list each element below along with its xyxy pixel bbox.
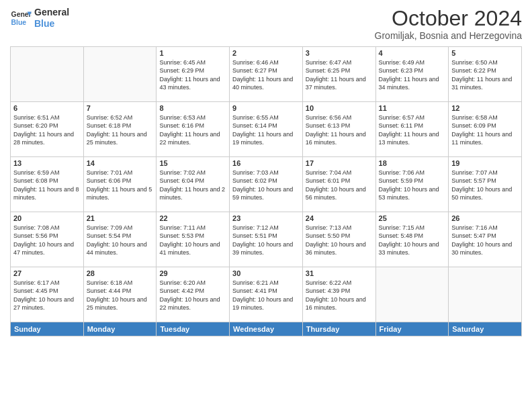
table-row: 19Sunrise: 7:07 AM Sunset: 5:57 PM Dayli…: [449, 156, 522, 212]
calendar-day-header: Thursday: [302, 322, 375, 336]
day-info: Sunrise: 7:08 AM Sunset: 5:56 PM Dayligh…: [13, 224, 81, 257]
table-row: 16Sunrise: 7:03 AM Sunset: 6:02 PM Dayli…: [230, 156, 303, 212]
day-number: 14: [87, 159, 154, 167]
table-row: 6Sunrise: 6:51 AM Sunset: 6:20 PM Daylig…: [11, 101, 84, 156]
day-number: 7: [87, 104, 154, 112]
day-number: 10: [306, 104, 373, 112]
table-row: 5Sunrise: 6:50 AM Sunset: 6:22 PM Daylig…: [449, 46, 522, 101]
day-info: Sunrise: 7:09 AM Sunset: 5:54 PM Dayligh…: [87, 224, 154, 257]
table-row: 1Sunrise: 6:45 AM Sunset: 6:29 PM Daylig…: [157, 46, 230, 101]
day-number: 19: [451, 159, 519, 167]
day-info: Sunrise: 6:49 AM Sunset: 6:23 PM Dayligh…: [379, 58, 446, 92]
calendar-week-row: 13Sunrise: 6:59 AM Sunset: 6:08 PM Dayli…: [11, 156, 522, 212]
calendar-day-header: Sunday: [11, 322, 84, 336]
day-number: 6: [13, 104, 81, 112]
table-row: 14Sunrise: 7:01 AM Sunset: 6:06 PM Dayli…: [83, 156, 157, 212]
day-info: Sunrise: 7:15 AM Sunset: 5:48 PM Dayligh…: [379, 224, 446, 257]
day-number: 4: [379, 49, 446, 57]
day-number: 28: [87, 269, 154, 277]
calendar-day-header: Monday: [83, 322, 157, 336]
day-number: 16: [232, 159, 300, 167]
table-row: [83, 46, 157, 101]
table-row: 24Sunrise: 7:13 AM Sunset: 5:50 PM Dayli…: [302, 212, 375, 267]
day-info: Sunrise: 6:53 AM Sunset: 6:16 PM Dayligh…: [159, 113, 226, 147]
day-number: 22: [159, 214, 226, 222]
calendar-week-row: 6Sunrise: 6:51 AM Sunset: 6:20 PM Daylig…: [11, 101, 522, 156]
table-row: 15Sunrise: 7:02 AM Sunset: 6:04 PM Dayli…: [157, 156, 230, 212]
calendar-day-header: Saturday: [449, 322, 522, 336]
table-row: 21Sunrise: 7:09 AM Sunset: 5:54 PM Dayli…: [83, 212, 157, 267]
day-info: Sunrise: 6:17 AM Sunset: 4:45 PM Dayligh…: [13, 279, 81, 312]
page: General Blue General Blue October 2024 G…: [0, 0, 532, 411]
calendar-week-row: 20Sunrise: 7:08 AM Sunset: 5:56 PM Dayli…: [11, 212, 522, 267]
day-number: 31: [306, 269, 373, 277]
day-info: Sunrise: 7:04 AM Sunset: 6:01 PM Dayligh…: [306, 169, 373, 202]
day-info: Sunrise: 6:21 AM Sunset: 4:41 PM Dayligh…: [232, 279, 300, 312]
table-row: 8Sunrise: 6:53 AM Sunset: 6:16 PM Daylig…: [157, 101, 230, 156]
day-number: 20: [13, 214, 81, 222]
table-row: 3Sunrise: 6:47 AM Sunset: 6:25 PM Daylig…: [302, 46, 375, 101]
day-number: 23: [232, 214, 300, 222]
day-info: Sunrise: 6:58 AM Sunset: 6:09 PM Dayligh…: [451, 113, 519, 147]
table-row: 2Sunrise: 6:46 AM Sunset: 6:27 PM Daylig…: [230, 46, 303, 101]
day-info: Sunrise: 6:18 AM Sunset: 4:44 PM Dayligh…: [87, 279, 154, 312]
day-info: Sunrise: 7:16 AM Sunset: 5:47 PM Dayligh…: [451, 224, 519, 257]
day-info: Sunrise: 6:50 AM Sunset: 6:22 PM Dayligh…: [451, 58, 519, 92]
table-row: [11, 46, 84, 101]
day-info: Sunrise: 7:07 AM Sunset: 5:57 PM Dayligh…: [451, 169, 519, 202]
day-number: 3: [306, 49, 373, 57]
day-info: Sunrise: 7:06 AM Sunset: 5:59 PM Dayligh…: [379, 169, 446, 202]
day-number: 17: [306, 159, 373, 167]
calendar-week-row: 27Sunrise: 6:17 AM Sunset: 4:45 PM Dayli…: [11, 267, 522, 322]
day-number: 5: [451, 49, 519, 57]
day-info: Sunrise: 6:20 AM Sunset: 4:42 PM Dayligh…: [159, 279, 226, 312]
table-row: 10Sunrise: 6:56 AM Sunset: 6:13 PM Dayli…: [302, 101, 375, 156]
day-number: 8: [159, 104, 226, 112]
day-number: 21: [87, 214, 154, 222]
table-row: 13Sunrise: 6:59 AM Sunset: 6:08 PM Dayli…: [11, 156, 84, 212]
day-info: Sunrise: 6:45 AM Sunset: 6:29 PM Dayligh…: [159, 58, 226, 92]
table-row: 11Sunrise: 6:57 AM Sunset: 6:11 PM Dayli…: [375, 101, 449, 156]
logo-icon: General Blue: [10, 7, 32, 29]
table-row: 18Sunrise: 7:06 AM Sunset: 5:59 PM Dayli…: [375, 156, 449, 212]
table-row: 7Sunrise: 6:52 AM Sunset: 6:18 PM Daylig…: [83, 101, 157, 156]
day-number: 9: [232, 104, 300, 112]
day-number: 15: [159, 159, 226, 167]
day-info: Sunrise: 7:01 AM Sunset: 6:06 PM Dayligh…: [87, 169, 154, 202]
day-number: 13: [13, 159, 81, 167]
day-number: 18: [379, 159, 446, 167]
logo-general: General: [34, 7, 69, 18]
table-row: 25Sunrise: 7:15 AM Sunset: 5:48 PM Dayli…: [375, 212, 449, 267]
day-number: 24: [306, 214, 373, 222]
day-number: 12: [451, 104, 519, 112]
table-row: 28Sunrise: 6:18 AM Sunset: 4:44 PM Dayli…: [83, 267, 157, 322]
table-row: 23Sunrise: 7:12 AM Sunset: 5:51 PM Dayli…: [230, 212, 303, 267]
table-row: 30Sunrise: 6:21 AM Sunset: 4:41 PM Dayli…: [230, 267, 303, 322]
calendar-day-header: Wednesday: [230, 322, 303, 336]
calendar-day-header: Tuesday: [157, 322, 230, 336]
header: General Blue General Blue October 2024 G…: [10, 7, 522, 41]
title-block: October 2024 Gromiljak, Bosnia and Herze…: [375, 7, 522, 41]
day-info: Sunrise: 6:56 AM Sunset: 6:13 PM Dayligh…: [306, 113, 373, 147]
calendar-week-row: 1Sunrise: 6:45 AM Sunset: 6:29 PM Daylig…: [11, 46, 522, 101]
calendar-day-header: Friday: [375, 322, 449, 336]
table-row: 9Sunrise: 6:55 AM Sunset: 6:14 PM Daylig…: [230, 101, 303, 156]
subtitle: Gromiljak, Bosnia and Herzegovina: [375, 30, 522, 41]
day-info: Sunrise: 6:52 AM Sunset: 6:18 PM Dayligh…: [87, 113, 154, 147]
day-info: Sunrise: 6:22 AM Sunset: 4:39 PM Dayligh…: [306, 279, 373, 312]
day-info: Sunrise: 7:12 AM Sunset: 5:51 PM Dayligh…: [232, 224, 300, 257]
day-info: Sunrise: 6:55 AM Sunset: 6:14 PM Dayligh…: [232, 113, 300, 147]
day-info: Sunrise: 6:59 AM Sunset: 6:08 PM Dayligh…: [13, 169, 81, 202]
table-row: 20Sunrise: 7:08 AM Sunset: 5:56 PM Dayli…: [11, 212, 84, 267]
day-info: Sunrise: 7:03 AM Sunset: 6:02 PM Dayligh…: [232, 169, 300, 202]
logo: General Blue General Blue: [10, 7, 69, 30]
day-number: 27: [13, 269, 81, 277]
day-info: Sunrise: 6:51 AM Sunset: 6:20 PM Dayligh…: [13, 113, 81, 147]
day-number: 29: [159, 269, 226, 277]
day-info: Sunrise: 7:02 AM Sunset: 6:04 PM Dayligh…: [159, 169, 226, 202]
logo-blue: Blue: [34, 18, 69, 30]
table-row: 12Sunrise: 6:58 AM Sunset: 6:09 PM Dayli…: [449, 101, 522, 156]
main-title: October 2024: [375, 7, 522, 30]
day-info: Sunrise: 7:13 AM Sunset: 5:50 PM Dayligh…: [306, 224, 373, 257]
day-number: 11: [379, 104, 446, 112]
